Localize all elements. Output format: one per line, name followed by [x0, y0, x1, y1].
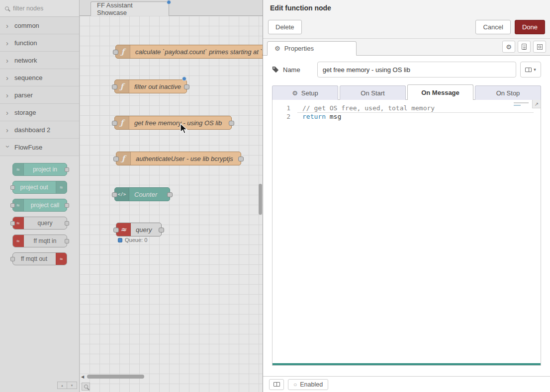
expand-arrow-icon: ↗: [535, 101, 539, 107]
palette-node-query[interactable]: ≈ query: [12, 217, 67, 230]
flowfuse-icon: ≈: [13, 235, 24, 247]
palette-search: [0, 0, 79, 17]
node-status: Queue: 0: [118, 237, 147, 243]
node-enabled-toggle[interactable]: ○ Enabled: [288, 379, 328, 390]
flow-node-get-free-memory[interactable]: ƒ get free memory - using OS lib: [114, 116, 232, 130]
gear-icon: ⚙: [506, 43, 512, 51]
chevron-right-icon: ›: [6, 91, 10, 99]
editor-expand-button[interactable]: ↗: [532, 100, 541, 108]
code-editor[interactable]: 1 2 // get OS free, used, total memory r…: [272, 100, 541, 366]
node-name-input[interactable]: [317, 62, 516, 78]
expand-tray-button[interactable]: [533, 41, 546, 53]
output-port[interactable]: [65, 167, 69, 172]
palette-node-ff-mqtt-in[interactable]: ≈ ff mqtt in: [12, 235, 67, 247]
collapse-up-icon: ▲: [61, 384, 64, 387]
line-number: 1: [273, 104, 290, 112]
properties-tab-label: Properties: [284, 45, 314, 52]
node-output-port[interactable]: [238, 157, 244, 161]
node-input-port[interactable]: [112, 84, 117, 89]
node-input-port[interactable]: [112, 192, 117, 197]
line-number: 2: [273, 112, 290, 121]
palette-node-project-in[interactable]: ≈ project in: [12, 163, 67, 176]
output-port[interactable]: [65, 203, 69, 208]
palette-category-network[interactable]: › network: [0, 52, 79, 69]
done-button[interactable]: Done: [515, 20, 545, 34]
chevron-right-icon: ›: [6, 109, 10, 116]
palette-category-sequence[interactable]: › sequence: [0, 69, 79, 86]
search-input[interactable]: [13, 5, 68, 12]
node-output-port[interactable]: [167, 192, 173, 197]
delete-button[interactable]: Delete: [268, 20, 302, 34]
node-output-port[interactable]: [229, 121, 234, 126]
tab-on-start[interactable]: On Start: [340, 85, 406, 100]
zoom-search-button[interactable]: [82, 383, 90, 391]
status-dot-icon: [118, 238, 122, 242]
node-output-port[interactable]: [184, 84, 189, 89]
tray-header: Edit function node: [263, 0, 550, 16]
palette-category-dashboard2[interactable]: › dashboard 2: [0, 121, 79, 139]
flow-node-filter-out-inactive[interactable]: ƒ filter out inactive: [114, 79, 187, 93]
horizontal-scrollbar[interactable]: [87, 375, 144, 379]
palette-category-function[interactable]: › function: [0, 34, 79, 52]
palette-category-storage[interactable]: › storage: [0, 104, 79, 121]
flow-tab-bar: FF Assistant Showcase: [80, 0, 263, 16]
palette-category-parser[interactable]: › parser: [0, 86, 79, 104]
current-line-border: [297, 112, 534, 113]
node-input-port[interactable]: [113, 228, 119, 233]
search-icon: [5, 6, 9, 10]
flow-tab-label: FF Assistant Showcase: [97, 1, 163, 16]
tab-properties[interactable]: ⚙ Properties: [267, 41, 357, 56]
palette-node-label: query: [24, 217, 67, 229]
palette-node-project-call[interactable]: ≈ project call: [12, 199, 67, 212]
palette-node-ff-mqtt-out[interactable]: ≈ ff mqtt out: [12, 252, 67, 265]
tab-label: On Message: [421, 89, 459, 96]
palette-category-common[interactable]: › common: [0, 17, 79, 34]
output-port[interactable]: [65, 239, 69, 243]
palette-sidebar: › common › function › network › sequence…: [0, 0, 80, 392]
palette-category-flowfuse[interactable]: › FlowFuse: [0, 139, 79, 156]
chevron-down-icon: ›: [4, 145, 12, 149]
palette-node-label: ff mqtt in: [24, 235, 67, 247]
book-icon: [525, 68, 532, 72]
show-description-button[interactable]: [269, 379, 284, 390]
scroll-left-icon[interactable]: ◀: [81, 375, 84, 379]
input-port[interactable]: [10, 203, 15, 208]
output-port[interactable]: [65, 221, 69, 226]
node-settings-button[interactable]: ⚙: [502, 41, 515, 53]
document-icon: [522, 44, 527, 50]
node-output-port[interactable]: [159, 228, 164, 233]
flow-canvas[interactable]: FF Assistant Showcase ƒ calculate `paylo…: [80, 0, 263, 392]
chevron-right-icon: ›: [6, 57, 10, 64]
tab-on-stop[interactable]: On Stop: [475, 85, 541, 100]
chevron-right-icon: ›: [6, 126, 10, 134]
palette-node-project-out[interactable]: ≈ project out: [12, 181, 67, 194]
gear-icon: ⚙: [275, 45, 280, 52]
canvas-grid[interactable]: ƒ calculate `payload.count` primes start…: [80, 16, 263, 392]
workspace-region: › common › function › network › sequence…: [0, 0, 263, 392]
flow-node-calculate-primes[interactable]: ƒ calculate `payload.count` primes start…: [115, 45, 263, 59]
collapse-all-button[interactable]: ▲: [57, 382, 67, 389]
input-port[interactable]: [10, 257, 15, 261]
tray-action-buttons: ⚙: [502, 41, 546, 53]
input-port[interactable]: [10, 185, 15, 190]
label-options-button[interactable]: ▾: [520, 62, 541, 78]
code-area[interactable]: // get OS free, used, total memory retur…: [297, 100, 541, 365]
input-port[interactable]: [10, 221, 15, 226]
description-button[interactable]: [518, 41, 531, 53]
cancel-button[interactable]: Cancel: [475, 20, 510, 34]
node-label: query: [131, 223, 157, 236]
circle-icon: ○: [293, 382, 297, 388]
tab-setup[interactable]: ⚙ Setup: [272, 85, 338, 100]
vertical-scrollbar[interactable]: [259, 184, 262, 215]
node-input-port[interactable]: [113, 157, 119, 161]
node-input-port[interactable]: [113, 50, 118, 55]
expand-all-button[interactable]: ▼: [67, 382, 77, 389]
flow-node-query[interactable]: ≈ query: [116, 223, 162, 236]
tray-toolbar: Delete Cancel Done: [263, 16, 550, 39]
flow-tab[interactable]: FF Assistant Showcase: [91, 1, 169, 16]
editor-resize-bar[interactable]: [273, 363, 541, 365]
flow-node-authenticate-user[interactable]: ƒ authenticateUser - use lib bcryptjs: [116, 152, 241, 165]
tab-on-message[interactable]: On Message: [407, 84, 473, 100]
flow-node-counter[interactable]: </> Counter: [114, 187, 170, 201]
node-input-port[interactable]: [112, 121, 117, 126]
